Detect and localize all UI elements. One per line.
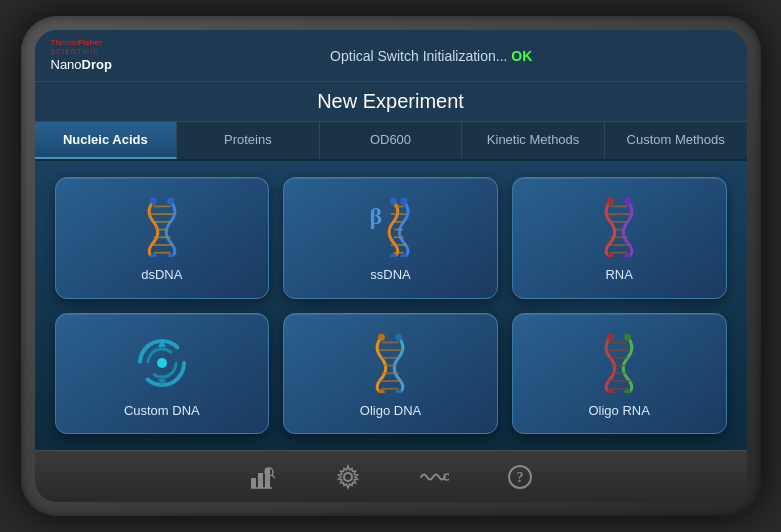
logo-nanodrop: NanoDrop	[51, 57, 112, 72]
tab-custom-methods[interactable]: Custom Methods	[605, 122, 747, 159]
header-bar: ThermoFisher SCIENTIFIC NanoDrop Optical…	[35, 30, 747, 82]
status-text: Optical Switch Initialization...	[330, 48, 511, 64]
svg-point-67	[344, 473, 352, 481]
svg-point-8	[167, 198, 174, 205]
tabs-bar: Nucleic Acids Proteins OD600 Kinetic Met…	[35, 122, 747, 161]
svg-line-66	[272, 475, 275, 478]
dsdna-icon	[130, 195, 194, 259]
svg-point-47	[396, 334, 403, 341]
card-oligo-dna-label: Oligo DNA	[360, 403, 421, 418]
svg-point-38	[157, 358, 167, 368]
probe-button[interactable]	[416, 459, 452, 495]
card-oligo-rna-label: Oligo RNA	[588, 403, 649, 418]
svg-text:β: β	[370, 204, 383, 230]
card-oligo-dna[interactable]: Oligo DNA	[283, 313, 498, 435]
status-ok: OK	[511, 48, 532, 64]
experiment-grid: dsDNA β	[35, 161, 747, 450]
tablet-device: ThermoFisher SCIENTIFIC NanoDrop Optical…	[21, 16, 761, 516]
custom-dna-icon	[130, 331, 194, 395]
card-custom-dna[interactable]: Custom DNA	[55, 313, 270, 435]
tablet-screen: ThermoFisher SCIENTIFIC NanoDrop Optical…	[35, 30, 747, 502]
card-ssdna[interactable]: β	[283, 177, 498, 299]
svg-point-58	[624, 334, 631, 341]
svg-point-57	[607, 334, 614, 341]
logo-thermo: ThermoFisher SCIENTIFIC	[51, 39, 112, 57]
oligo-dna-icon	[358, 331, 422, 395]
svg-point-7	[150, 198, 157, 205]
svg-point-20	[401, 198, 408, 205]
card-rna[interactable]: RNA	[512, 177, 727, 299]
svg-point-68	[444, 474, 449, 480]
results-button[interactable]	[244, 459, 280, 495]
oligo-rna-icon	[587, 331, 651, 395]
card-rna-label: RNA	[605, 267, 632, 282]
rna-icon	[587, 195, 651, 259]
ssdna-icon: β	[358, 195, 422, 259]
svg-point-19	[390, 198, 397, 205]
card-dsdna-label: dsDNA	[141, 267, 182, 282]
logo-area: ThermoFisher SCIENTIFIC NanoDrop	[51, 39, 112, 72]
card-oligo-rna[interactable]: Oligo RNA	[512, 313, 727, 435]
svg-rect-62	[258, 473, 263, 488]
svg-point-46	[378, 334, 385, 341]
svg-text:?: ?	[516, 470, 523, 485]
svg-point-30	[607, 198, 614, 205]
card-custom-dna-label: Custom DNA	[124, 403, 200, 418]
header-status: Optical Switch Initialization... OK	[132, 48, 731, 64]
tab-nucleic-acids[interactable]: Nucleic Acids	[35, 122, 178, 159]
card-dsdna[interactable]: dsDNA	[55, 177, 270, 299]
help-button[interactable]: ?	[502, 459, 538, 495]
svg-point-31	[624, 198, 631, 205]
page-title: New Experiment	[35, 82, 747, 122]
tab-proteins[interactable]: Proteins	[177, 122, 320, 159]
svg-rect-61	[251, 478, 256, 488]
tab-kinetic-methods[interactable]: Kinetic Methods	[462, 122, 605, 159]
card-ssdna-label: ssDNA	[370, 267, 410, 282]
tab-od600[interactable]: OD600	[320, 122, 463, 159]
toolbar: ?	[35, 450, 747, 502]
settings-button[interactable]	[330, 459, 366, 495]
